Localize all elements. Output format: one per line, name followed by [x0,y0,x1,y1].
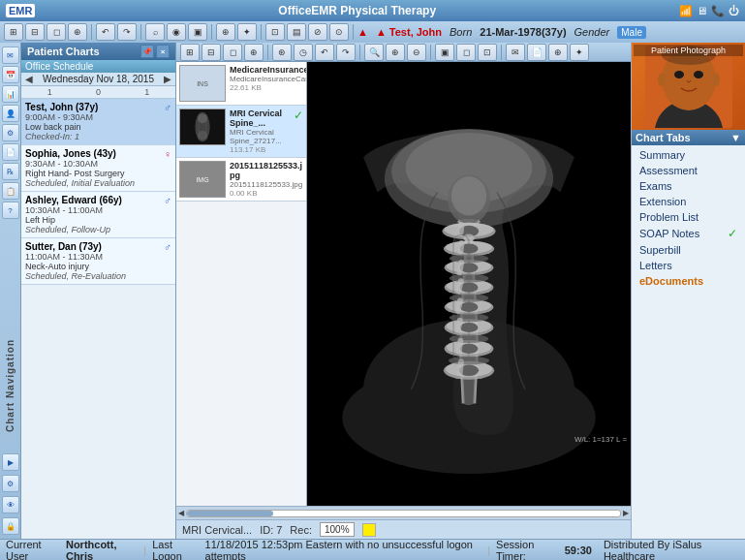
appt-counts: 1 0 1 [21,86,175,99]
current-user-label: Current User [6,539,60,561]
ct-btn-7[interactable]: ↶ [315,44,334,61]
toolbar-btn-14[interactable]: ⊘ [308,23,327,41]
left-icon-bottom4[interactable]: 🔒 [2,517,19,535]
left-icon-help[interactable]: ? [2,202,19,219]
chart-tab-extension-label: Extension [639,196,686,207]
toolbar-btn-5[interactable]: ↶ [96,23,115,41]
left-icon-person[interactable]: 👤 [2,105,19,122]
charts-pin-btn[interactable]: 📌 [140,45,154,58]
toolbar-btn-3[interactable]: ◻ [47,23,66,41]
chart-tab-summary-label: Summary [639,149,685,161]
chart-tab-summary[interactable]: Summary [636,147,741,163]
img-rec-label: Rec: [290,524,312,536]
ct-btn-18[interactable]: ✦ [570,44,589,61]
toolbar-btn-13[interactable]: ▤ [287,23,306,41]
scroll-right-btn[interactable]: ▶ [623,509,629,517]
chart-tab-superbill[interactable]: Superbill [636,242,741,258]
toolbar-btn-2[interactable]: ⊟ [25,23,45,41]
chart-tab-letters[interactable]: Letters [636,258,741,273]
alert-icon: ▲ [357,26,368,38]
chart-tab-assessment[interactable]: Assessment [636,163,741,178]
ct-btn-8[interactable]: ↷ [336,44,356,61]
next-date-btn[interactable]: ▶ [162,74,173,84]
left-icon-calendar[interactable]: 📅 [2,66,19,83]
patient-item-3[interactable]: Sutter, Dan (73y) 11:00AM - 11:30AM Neck… [21,238,175,285]
chart-tab-problem-list[interactable]: Problem List [636,209,741,225]
chart-tabs-expand-icon[interactable]: ▼ [730,132,741,143]
thumb-img-0: INS [179,65,226,102]
chart-tab-letters-label: Letters [639,260,672,271]
left-icon-bottom2[interactable]: ⚙ [2,475,19,492]
left-icon-clipboard[interactable]: 📋 [2,182,19,200]
ct-btn-4[interactable]: ⊕ [244,44,264,61]
toolbar-btn-10[interactable]: ⊕ [216,23,235,41]
chart-tabs-header: Chart Tabs ▼ [632,130,745,145]
chart-tab-soap-notes[interactable]: SOAP Notes ✓ [636,225,741,242]
ct-sep-4 [501,45,502,60]
toolbar-btn-11[interactable]: ✦ [237,23,257,41]
svg-text:W/L: 1=137  L =: W/L: 1=137 L = [574,435,628,444]
toolbar-btn-12[interactable]: ⊡ [265,23,285,41]
chart-tab-exams[interactable]: Exams [636,178,741,194]
ct-btn-11[interactable]: ⊖ [407,44,426,61]
prev-date-btn[interactable]: ◀ [23,74,35,84]
app-title: OfficeEMR Physical Therapy [35,4,679,17]
photo-label: Patient Photograph [634,45,743,56]
scroll-track[interactable] [186,510,621,517]
left-icon-rx[interactable]: ℞ [2,163,19,180]
emr-icon: EMR [6,4,35,17]
scroll-left-btn[interactable]: ◀ [178,509,184,517]
ct-btn-14[interactable]: ⊡ [478,44,497,61]
ct-btn-9[interactable]: 🔍 [364,44,384,61]
thumb-info-0: MedicareInsuranceC... MedicareInsuranceC… [230,65,307,92]
toolbar-btn-8[interactable]: ◉ [167,23,186,41]
patient-name-0: Test, John (37y) [25,102,162,112]
chart-tab-extension[interactable]: Extension [636,194,741,209]
img-id-label: MRI Cervical... [182,524,252,536]
chart-tab-edocuments-label: eDocuments [639,275,703,287]
patient-time-1: 9:30AM - 10:30AM [25,159,162,169]
toolbar-btn-15[interactable]: ⊙ [329,23,349,41]
patient-status-3: Scheduled, Re-Evaluation [25,271,162,281]
chart-tab-problem-list-label: Problem List [639,211,698,223]
ct-btn-10[interactable]: ⊕ [386,44,405,61]
patient-dob: 21-Mar-1978(37y) [480,26,566,38]
left-icon-bottom1[interactable]: ▶ [2,453,19,471]
svg-point-13 [451,176,486,216]
left-icon-mail[interactable]: ✉ [2,47,19,64]
patient-photo [645,46,732,128]
patient-item-2[interactable]: Ashley, Edward (66y) 10:30AM - 11:00AM L… [21,192,175,238]
patient-text-0: Test, John (37y) 9:00AM - 9:30AM Low bac… [25,102,162,141]
chart-tab-edocuments[interactable]: eDocuments [636,273,741,289]
ct-btn-13[interactable]: ◻ [456,44,476,61]
ct-btn-2[interactable]: ⊟ [202,44,221,61]
thumb-item-0[interactable]: INS MedicareInsuranceC... MedicareInsura… [176,62,306,106]
left-icon-chart[interactable]: 📊 [2,85,19,103]
patient-item-0[interactable]: Test, John (37y) 9:00AM - 9:30AM Low bac… [21,99,175,145]
ct-btn-17[interactable]: ⊕ [548,44,568,61]
thumb-item-2[interactable]: IMG 20151118125533.jpg 20151118125533.jp… [176,158,306,202]
thumb-item-1[interactable]: MRI Cervical Spine_... MRI Cervical Spin… [176,106,306,158]
toolbar-btn-7[interactable]: ⌕ [145,23,165,41]
power-icon[interactable]: ⏻ [729,5,739,16]
patient-name-3: Sutter, Dan (73y) [25,241,162,252]
left-icon-bottom3[interactable]: 👁 [2,496,19,513]
ct-btn-1[interactable]: ⊞ [180,44,200,61]
ct-btn-6[interactable]: ◷ [294,44,313,61]
ct-btn-16[interactable]: 📄 [527,44,546,61]
ct-btn-5[interactable]: ⊛ [272,44,292,61]
charts-close-btn[interactable]: × [156,45,170,58]
image-scrollbar[interactable]: ◀ ▶ [176,506,631,519]
toolbar-btn-1[interactable]: ⊞ [4,23,23,41]
scroll-thumb[interactable] [187,511,273,516]
ct-btn-12[interactable]: ▣ [435,44,454,61]
ct-btn-15[interactable]: ✉ [506,44,525,61]
ct-btn-3[interactable]: ◻ [223,44,242,61]
toolbar-btn-9[interactable]: ▣ [188,23,207,41]
patient-status-2: Scheduled, Follow-Up [25,225,162,234]
left-icon-settings[interactable]: ⚙ [2,124,19,141]
patient-item-1[interactable]: Sophia, Jones (43y) 9:30AM - 10:30AM Rig… [21,145,175,192]
toolbar-btn-6[interactable]: ↷ [117,23,137,41]
toolbar-btn-4[interactable]: ⊕ [68,23,87,41]
left-icon-doc[interactable]: 📄 [2,143,19,161]
